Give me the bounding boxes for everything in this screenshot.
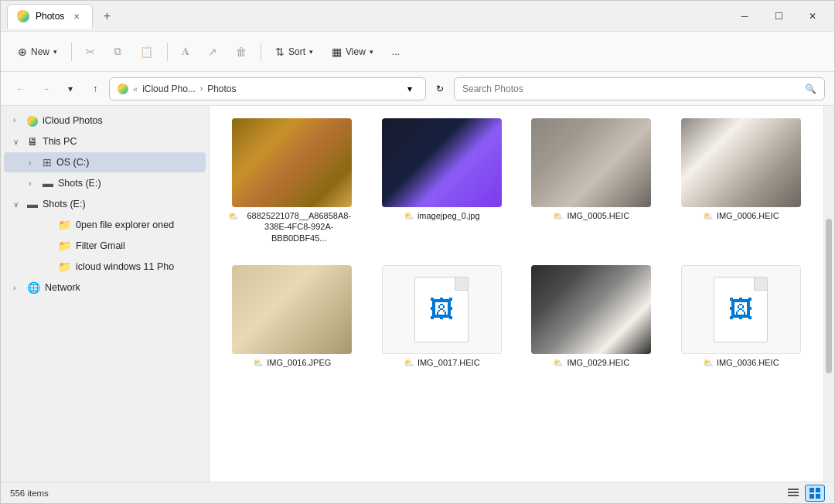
new-chevron: ▾	[53, 48, 57, 56]
forward-button[interactable]: →	[35, 78, 56, 100]
search-icon: 🔍	[805, 83, 816, 94]
tab-area: Photos ✕ +	[7, 1, 729, 31]
file-item-1[interactable]: ⛅ 68825221078__A86858A8-338E-4FC8-992A-B…	[222, 112, 363, 250]
sidebar-label-shots-e2: Shots (E:)	[43, 199, 196, 209]
view-button[interactable]: ▦ View ▾	[324, 42, 381, 62]
toolbar: ⊕ New ▾ ✂ ⧉ 📋 𝐀 ↗ 🗑 ⇅ Sort ▾ ▦	[1, 32, 834, 72]
svg-rect-1	[788, 492, 799, 493]
paste-button[interactable]: 📋	[132, 42, 161, 62]
scrollbar[interactable]	[823, 106, 834, 482]
shots-e2-icon: ▬	[27, 198, 38, 210]
minimize-button[interactable]: ─	[729, 4, 760, 29]
file-name-row-8: ⛅ IMG_0036.HEIC	[677, 357, 806, 368]
cloud-sync-icon-5: ⛅	[253, 358, 264, 368]
status-item-count: 556 items	[10, 489, 777, 498]
back-button[interactable]: ←	[10, 78, 32, 100]
sidebar-item-icloud-photos[interactable]: › iCloud Photos	[4, 110, 206, 131]
sort-button[interactable]: ⇅ Sort ▾	[268, 42, 321, 62]
new-button[interactable]: ⊕ New ▾	[10, 42, 65, 62]
more-label: ...	[392, 46, 400, 57]
cut-button[interactable]: ✂	[78, 42, 103, 62]
view-list-button[interactable]	[783, 485, 803, 502]
separator-3	[261, 43, 261, 61]
file-name-8: IMG_0036.HEIC	[717, 357, 779, 368]
icloud-photos-icon	[27, 114, 38, 127]
breadcrumb-arrow: ›	[200, 84, 203, 93]
sidebar-item-network[interactable]: › 🌐 Network	[4, 278, 206, 298]
file-name-row-3: ⛅ IMG_0005.HEIC	[527, 210, 656, 221]
sidebar-item-shots-e2[interactable]: ∨ ▬ Shots (E:)	[4, 194, 206, 214]
copy-icon: ⧉	[114, 45, 121, 58]
file-item-2[interactable]: ⛅ imagejpeg_0.jpg	[372, 112, 513, 250]
view-grid-button[interactable]	[805, 485, 825, 502]
copy-button[interactable]: ⧉	[106, 41, 129, 62]
new-tab-button[interactable]: +	[96, 5, 118, 27]
svg-rect-0	[788, 489, 799, 490]
close-button[interactable]: ✕	[797, 4, 828, 29]
sidebar-item-icloud-win[interactable]: 📁 icloud windows 11 Pho	[4, 257, 206, 277]
file-grid: ⛅ 68825221078__A86858A8-338E-4FC8-992A-B…	[222, 112, 811, 374]
file-name-4: IMG_0006.HEIC	[717, 210, 779, 221]
sidebar-label-shots-e1: Shots (E:)	[58, 178, 196, 189]
svg-rect-5	[809, 494, 814, 499]
sidebar-item-shots-e1[interactable]: › ▬ Shots (E:)	[4, 173, 206, 193]
share-icon: ↗	[208, 46, 217, 58]
sidebar-label-this-pc: This PC	[43, 136, 196, 147]
scrollbar-thumb[interactable]	[826, 219, 832, 373]
file-item-7[interactable]: ⛅ IMG_0029.HEIC	[521, 259, 662, 374]
file-item-3[interactable]: ⛅ IMG_0005.HEIC	[521, 112, 662, 250]
share-button[interactable]: ↗	[200, 42, 225, 62]
file-item-5[interactable]: ⛅ IMG_0016.JPEG	[222, 259, 363, 374]
icloud-win-icon: 📁	[58, 261, 71, 273]
expand-icon: ›	[29, 179, 38, 188]
doc-inner-icon-6: 🖼	[429, 295, 454, 324]
file-name-row-6: ⛅ IMG_0017.HEIC	[378, 357, 506, 368]
tab-close-button[interactable]: ✕	[70, 10, 83, 22]
refresh-button[interactable]: ↻	[429, 78, 451, 100]
expand-icon: ∨	[13, 200, 22, 209]
shots-e1-icon: ▬	[43, 177, 53, 189]
file-thumbnail-7	[531, 265, 651, 354]
cloud-sync-icon-6: ⛅	[404, 358, 414, 368]
cloud-sync-icon-7: ⛅	[553, 358, 564, 368]
cloud-sync-icon-1: ⛅	[228, 211, 239, 221]
file-thumbnail-4	[681, 118, 801, 207]
this-pc-icon: 🖥	[27, 135, 38, 148]
expand-icon: ›	[13, 284, 22, 292]
breadcrumb-bar[interactable]: « iCloud Pho... › Photos ▾	[109, 77, 426, 100]
file-name-row-4: ⛅ IMG_0006.HEIC	[677, 210, 806, 221]
list-view-icon	[788, 488, 799, 499]
maximize-button[interactable]: ☐	[763, 4, 794, 29]
delete-button[interactable]: 🗑	[228, 42, 254, 62]
breadcrumb-expand-button[interactable]: ▾	[402, 81, 418, 97]
tab-label: Photos	[36, 11, 64, 22]
file-thumbnail-8: 🖼	[681, 265, 801, 354]
cut-icon: ✂	[86, 46, 95, 58]
file-item-6[interactable]: 🖼 ⛅ IMG_0017.HEIC	[372, 259, 513, 374]
breadcrumb-parent: iCloud Pho...	[142, 83, 196, 94]
file-item-4[interactable]: ⛅ IMG_0006.HEIC	[671, 112, 812, 250]
sidebar: › iCloud Photos ∨ 🖥 This PC › ⊞ OS (C:)	[1, 106, 210, 482]
svg-rect-3	[809, 488, 814, 492]
breadcrumb-app-icon	[118, 83, 128, 94]
cloud-sync-icon-2: ⛅	[404, 211, 414, 221]
file-name-5: IMG_0016.JPEG	[267, 357, 331, 368]
file-thumbnail-5	[232, 265, 352, 354]
search-box[interactable]: 🔍	[454, 77, 825, 100]
file-thumbnail-6: 🖼	[382, 265, 502, 354]
sidebar-item-os-c[interactable]: › ⊞ OS (C:)	[4, 152, 206, 172]
sidebar-item-this-pc[interactable]: ∨ 🖥 This PC	[4, 131, 206, 152]
recent-button[interactable]: ▾	[60, 78, 81, 100]
separator-2	[167, 43, 168, 61]
file-item-8[interactable]: 🖼 ⛅ IMG_0036.HEIC	[671, 259, 812, 374]
search-input[interactable]	[462, 83, 800, 94]
up-button[interactable]: ↑	[84, 78, 106, 100]
window: Photos ✕ + ─ ☐ ✕ ⊕ New ▾ ✂ ⧉ 📋 𝐀	[0, 0, 835, 504]
active-tab[interactable]: Photos ✕	[7, 4, 93, 29]
sidebar-item-open-file[interactable]: 📁 0pen file explorer oned	[4, 215, 206, 235]
more-button[interactable]: ...	[384, 43, 407, 61]
sidebar-item-filter-gmail[interactable]: 📁 Filter Gmail	[4, 236, 206, 256]
doc-icon-6: 🖼	[414, 277, 469, 342]
network-icon: 🌐	[27, 281, 40, 294]
rename-button[interactable]: 𝐀	[174, 41, 197, 62]
